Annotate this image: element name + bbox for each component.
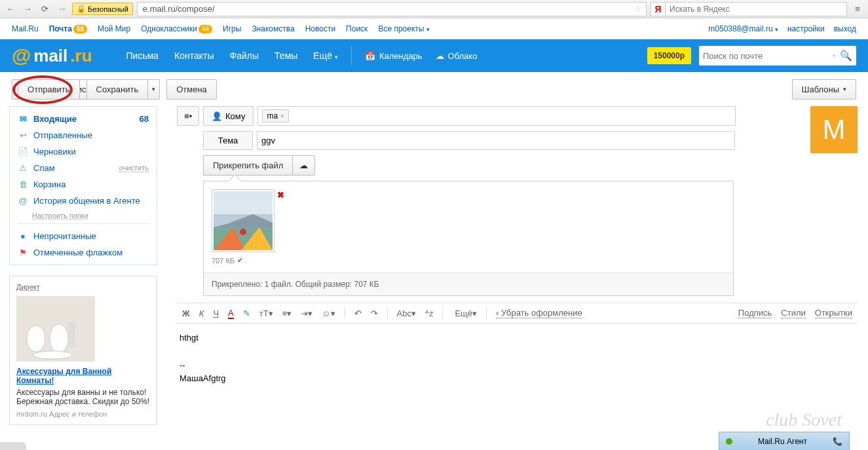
styles-link[interactable]: Стили <box>781 308 805 318</box>
nav-letters[interactable]: Письма <box>126 50 159 61</box>
cards-link[interactable]: Открытки <box>815 308 852 318</box>
tag-remove-icon[interactable]: × <box>280 113 284 120</box>
mail-search[interactable]: ▾ 🔍 <box>699 46 856 66</box>
signature-link[interactable]: Подпись <box>738 308 772 318</box>
font-color-button[interactable]: А <box>228 308 234 319</box>
link-mailru[interactable]: Mail.Ru <box>12 24 39 33</box>
cancel-button[interactable]: Отмена <box>166 79 217 100</box>
compose-area: M ≡ ▾ 👤 Кому ma× Тема Прикрепить файл <box>166 106 868 450</box>
save-button[interactable]: Сохранить <box>86 79 149 100</box>
nav-calendar[interactable]: 📅Календарь <box>365 51 423 61</box>
bg-color-button[interactable]: ✎ <box>243 309 250 318</box>
folder-drafts[interactable]: 📄 Черновики <box>18 143 149 160</box>
to-label[interactable]: 👤 Кому <box>203 106 254 126</box>
configure-folders[interactable]: Настроить папки <box>18 209 149 219</box>
link-ok[interactable]: Одноклассники44 <box>141 24 212 33</box>
indent-button[interactable]: ⇥▾ <box>301 309 312 318</box>
forward-icon[interactable]: → <box>21 3 34 16</box>
star-icon[interactable]: ☆ <box>634 4 642 14</box>
ad-label: Директ <box>16 283 150 291</box>
folder-spam[interactable]: ⚠ Спам очистить <box>18 160 149 176</box>
svg-point-4 <box>68 321 76 329</box>
underline-button[interactable]: Ч <box>213 309 219 318</box>
folder-inbox[interactable]: ✉ Входящие 68 <box>18 111 149 127</box>
attachment-thumb[interactable]: ✖ <box>212 189 274 252</box>
nav-themes[interactable]: Темы <box>274 50 297 61</box>
attachment-remove-icon[interactable]: ✖ <box>277 190 284 200</box>
editor-more-button[interactable]: Ещё▾ <box>455 309 477 318</box>
translit-button[interactable]: Abc▾ <box>397 309 416 318</box>
yandex-input[interactable] <box>666 5 846 14</box>
to-input[interactable] <box>293 111 731 121</box>
agent-bar[interactable]: Mail.Ru Агент 📞 <box>719 432 850 450</box>
to-field[interactable]: ma× <box>257 106 736 126</box>
link-mail[interactable]: Почта68 <box>49 24 87 33</box>
yandex-search[interactable]: Я <box>651 2 847 16</box>
templates-button[interactable]: Шаблоны ▾ <box>792 79 857 100</box>
font-size-button[interactable]: тТ▾ <box>259 309 273 318</box>
attach-button[interactable]: Прикрепить файл <box>203 155 293 176</box>
settings-link[interactable]: настройки <box>787 24 825 33</box>
save-dropdown[interactable]: ▾ <box>148 79 160 100</box>
emoji-button[interactable]: ☺▾ <box>322 309 335 318</box>
send-button[interactable]: Отправить <box>18 79 79 100</box>
spam-icon: ⚠ <box>18 163 28 173</box>
nav-files[interactable]: Файлы <box>230 50 259 61</box>
link-mymir[interactable]: Мой Мир <box>98 24 130 33</box>
link-news[interactable]: Новости <box>305 24 335 33</box>
folder-agent-history[interactable]: @ История общения в Агенте <box>18 193 149 209</box>
address-bar[interactable]: e.mail.ru/compose/ ☆ <box>137 2 647 16</box>
secure-label: Безопасный <box>88 5 128 13</box>
nav-contacts[interactable]: Контакты <box>174 50 214 61</box>
mail-search-input[interactable] <box>703 51 829 61</box>
folder-flagged[interactable]: ⚑ Отмеченные флажком <box>18 244 149 261</box>
link-dating[interactable]: Знакомства <box>252 24 294 33</box>
phone-icon[interactable]: 📞 <box>833 437 842 446</box>
reply-icon: ↩ <box>18 130 28 140</box>
user-email[interactable]: m050388@mail.ru ▾ <box>708 24 778 33</box>
link-all[interactable]: Все проекты ▾ <box>378 24 429 33</box>
nav-cloud[interactable]: ☁Облако <box>436 51 478 61</box>
recipient-tag[interactable]: ma× <box>262 109 289 122</box>
mail-header: @mail.ru Письма Контакты Файлы Темы Ещё … <box>0 39 868 72</box>
align-button[interactable]: ≡▾ <box>282 309 292 318</box>
spam-clear[interactable]: очистить <box>119 164 149 172</box>
clear-format-button[interactable]: ‹ Убрать оформление <box>496 308 582 318</box>
logout-link[interactable]: выход <box>834 24 856 33</box>
spellcheck-button[interactable]: ᴬz <box>425 309 434 318</box>
url-text: e.mail.ru/compose/ <box>143 4 215 14</box>
attach-cloud-button[interactable]: ☁ <box>293 155 315 176</box>
subject-field[interactable] <box>257 131 735 150</box>
undo-button[interactable]: ↶ <box>354 309 362 318</box>
redo-button[interactable]: ↷ <box>371 309 378 318</box>
back-icon[interactable]: ← <box>4 3 17 16</box>
lock-icon: 🔒 <box>77 5 86 13</box>
link-search[interactable]: Поиск <box>346 24 368 33</box>
trash-icon: 🗑 <box>18 179 28 189</box>
ad-link[interactable]: Аксессуары для Ванной Комнаты! <box>16 367 111 385</box>
search-icon[interactable]: 🔍 <box>840 50 852 62</box>
ad-text: Аксессуары для ванны и не только! Бережн… <box>16 388 150 406</box>
chevron-down-icon[interactable]: ▾ <box>833 52 836 59</box>
folder-trash[interactable]: 🗑 Корзина <box>18 176 149 193</box>
scroll-handle[interactable] <box>0 442 26 450</box>
check-icon: ✔ <box>237 256 243 265</box>
menu-icon[interactable]: ≡ <box>851 3 864 16</box>
folder-unread[interactable]: ● Непрочитанные <box>18 228 149 244</box>
nav-more[interactable]: Ещё ▾ <box>313 50 338 61</box>
subject-input[interactable] <box>261 136 730 145</box>
mailru-logo[interactable]: @mail.ru <box>12 45 92 67</box>
editor-body[interactable]: hthgt -- МашаAfgtrg <box>177 324 858 394</box>
bold-button[interactable]: Ж <box>182 309 190 318</box>
money-badge[interactable]: 150000р <box>647 47 691 64</box>
folder-sent[interactable]: ↩ Отправленные <box>18 127 149 143</box>
cc-toggle[interactable]: ≡ ▾ <box>177 106 199 126</box>
attachment-size: 707 КБ✔ <box>212 256 725 265</box>
ad-image[interactable] <box>16 296 95 362</box>
key-icon[interactable]: ⊸ <box>55 3 68 16</box>
italic-button[interactable]: К <box>199 309 204 318</box>
svg-point-2 <box>50 324 68 353</box>
reload-icon[interactable]: ⟳ <box>38 3 51 16</box>
link-games[interactable]: Игры <box>223 24 241 33</box>
envelope-icon: ✉ <box>18 114 28 124</box>
